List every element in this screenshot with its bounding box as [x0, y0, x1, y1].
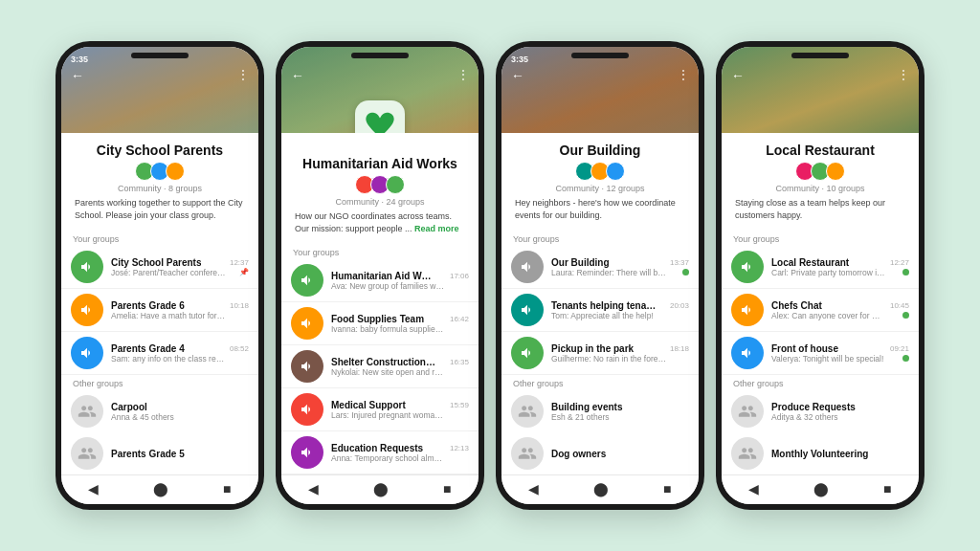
other-group-info: Produce RequestsAditya & 32 others — [771, 402, 909, 422]
read-more-link[interactable]: Read more — [414, 224, 459, 233]
chat-msg-row: Ava: New group of families waiting ... — [331, 281, 469, 291]
your-groups-label: Your groups — [61, 231, 258, 246]
chat-message: Lars: Injured pregnant woman in need ... — [331, 410, 446, 420]
other-group-item[interactable]: Building eventsEsh & 21 others — [501, 390, 699, 432]
chat-info: Parents Grade 408:52Sam: any info on the… — [111, 343, 249, 364]
menu-button[interactable]: ⋮ — [457, 68, 469, 81]
chat-item[interactable]: City School Parents12:37José: Parent/Tea… — [61, 246, 258, 289]
chat-msg-row: Anna: Temporary school almost comp... — [331, 453, 469, 463]
home-nav-button[interactable]: ⬤ — [593, 481, 609, 496]
phone-notch — [131, 53, 189, 58]
chat-time: 18:18 — [670, 344, 689, 353]
avatar-row — [513, 162, 687, 181]
community-info: Local RestaurantCommunity · 10 groupsSta… — [722, 133, 919, 231]
phone-header-image: 3:35←⋮ — [501, 47, 699, 133]
chat-msg-row: Tom: Appreciate all the help! — [551, 311, 689, 320]
other-group-avatar — [71, 395, 103, 428]
chat-item[interactable]: Education Requests12:13Anna: Temporary s… — [281, 431, 479, 474]
chat-avatar — [511, 337, 544, 369]
chat-list: Humanitarian Aid Works17:06Ava: New grou… — [281, 259, 479, 474]
avatar — [386, 175, 405, 194]
chat-time: 12:27 — [890, 258, 909, 267]
back-button[interactable]: ← — [511, 68, 524, 83]
chat-info: Humanitarian Aid Works17:06Ava: New grou… — [331, 271, 469, 291]
chat-name: Shelter Construction Team — [331, 357, 436, 367]
chat-avatar — [291, 307, 323, 340]
other-group-sub: Anna & 45 others — [111, 412, 249, 422]
chat-info: Chefs Chat10:45Alex: Can anyone cover fo… — [771, 300, 909, 320]
back-button[interactable]: ← — [731, 68, 745, 83]
back-nav-button[interactable]: ◀ — [528, 481, 539, 496]
chat-message: Nykolai: New site open and ready for ... — [331, 367, 446, 377]
recents-nav-button[interactable]: ■ — [663, 481, 671, 496]
other-group-info: CarpoolAnna & 45 others — [111, 402, 249, 422]
chat-item[interactable]: Our Building13:37Laura: Reminder: There … — [501, 246, 699, 289]
recents-nav-button[interactable]: ■ — [223, 481, 231, 496]
back-nav-button[interactable]: ◀ — [748, 481, 759, 496]
chat-item[interactable]: Local Restaurant12:27Carl: Private party… — [722, 246, 919, 289]
community-icon — [355, 100, 405, 133]
avatar-row — [733, 162, 907, 181]
phone-content: Local RestaurantCommunity · 10 groupsSta… — [722, 133, 919, 474]
back-button[interactable]: ← — [291, 68, 304, 83]
community-info: Our BuildingCommunity · 12 groupsHey nei… — [501, 133, 699, 231]
chat-item[interactable]: Parents Grade 408:52Sam: any info on the… — [61, 332, 258, 375]
home-nav-button[interactable]: ⬤ — [153, 481, 168, 496]
chat-item[interactable]: Tenants helping tenants20:03Tom: Appreci… — [501, 289, 699, 332]
chat-avatar — [71, 337, 103, 369]
chat-message: Ivanna: baby formula supplies running ..… — [331, 324, 446, 334]
back-nav-button[interactable]: ◀ — [308, 481, 319, 496]
avatar — [166, 162, 185, 181]
other-group-item[interactable]: CarpoolAnna & 45 others — [61, 390, 258, 432]
menu-button[interactable]: ⋮ — [898, 68, 909, 81]
home-nav-button[interactable]: ⬤ — [373, 481, 389, 496]
chat-list: Local Restaurant12:27Carl: Private party… — [722, 246, 919, 375]
avatar — [606, 162, 625, 181]
home-nav-button[interactable]: ⬤ — [813, 481, 829, 496]
back-nav-button[interactable]: ◀ — [88, 481, 99, 496]
chat-item[interactable]: Chefs Chat10:45Alex: Can anyone cover fo… — [722, 289, 919, 332]
chat-message: Laura: Reminder: There will be ... — [551, 268, 666, 277]
phone-nav: ◀⬤■ — [501, 474, 699, 504]
other-group-item[interactable]: Produce RequestsAditya & 32 others — [722, 390, 919, 432]
other-group-item[interactable]: Dog owners — [501, 432, 699, 474]
back-button[interactable]: ← — [71, 68, 84, 83]
community-title: Humanitarian Aid Works — [293, 156, 467, 171]
chat-item[interactable]: Medical Support15:59Lars: Injured pregna… — [281, 388, 479, 431]
chat-name: Local Restaurant — [771, 257, 849, 268]
other-group-sub: Esh & 21 others — [551, 412, 689, 422]
chat-message: José: Parent/Teacher conferences ... — [111, 268, 226, 277]
chat-info: Tenants helping tenants20:03Tom: Appreci… — [551, 300, 689, 320]
other-group-avatar — [511, 395, 544, 428]
other-group-item[interactable]: Monthly Volunteering — [722, 432, 919, 474]
chat-message: Tom: Appreciate all the help! — [551, 311, 654, 320]
chat-name-row: Chefs Chat10:45 — [771, 300, 909, 311]
chat-name: Education Requests — [331, 443, 423, 453]
other-group-name: Monthly Volunteering — [771, 449, 909, 459]
menu-button[interactable]: ⋮ — [237, 68, 249, 81]
other-group-info: Dog owners — [551, 449, 689, 459]
phone-nav: ◀⬤■ — [722, 474, 919, 504]
chat-avatar — [291, 393, 323, 426]
recents-nav-button[interactable]: ■ — [883, 481, 891, 496]
chat-name: Tenants helping tenants — [551, 300, 657, 311]
recents-nav-button[interactable]: ■ — [443, 481, 451, 496]
chat-status: 📌 — [239, 268, 249, 276]
menu-button[interactable]: ⋮ — [678, 68, 689, 81]
chat-item[interactable]: Pickup in the park18:18Guilherme: No rai… — [501, 332, 699, 375]
chat-item[interactable]: Humanitarian Aid Works17:06Ava: New grou… — [281, 259, 479, 302]
chat-item[interactable]: Parents Grade 610:18Amelia: Have a math … — [61, 289, 258, 332]
other-groups-label: Other groups — [501, 375, 699, 390]
other-group-name: Dog owners — [551, 449, 689, 459]
chat-info: Local Restaurant12:27Carl: Private party… — [771, 257, 909, 277]
other-group-item[interactable]: Parents Grade 5 — [61, 432, 258, 474]
chat-message: Sam: any info on the class recital? — [111, 354, 226, 364]
community-subtitle: Community · 12 groups — [513, 184, 687, 193]
chat-item[interactable]: Front of house09:21Valerya: Tonight will… — [722, 332, 919, 375]
chat-item[interactable]: Food Supplies Team16:42Ivanna: baby form… — [281, 302, 479, 345]
chat-item[interactable]: Shelter Construction Team16:35Nykolai: N… — [281, 345, 479, 388]
community-info: Humanitarian Aid WorksCommunity · 24 gro… — [281, 133, 479, 244]
phone-2: ←⋮ Humanitarian Aid WorksCommunity · 24 … — [276, 41, 484, 510]
chat-name: City School Parents — [111, 257, 201, 268]
chat-name-row: Local Restaurant12:27 — [771, 257, 909, 268]
